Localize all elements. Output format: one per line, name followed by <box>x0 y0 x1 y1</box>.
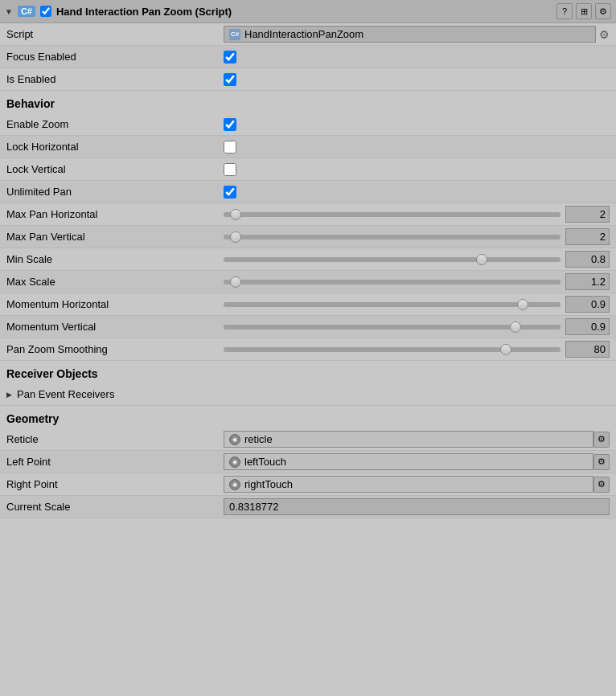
momentum-horizontal-input[interactable] <box>565 296 610 313</box>
right-point-row: Right Point ◉ rightTouch ⚙ <box>0 473 616 496</box>
right-point-label: Right Point <box>6 478 224 490</box>
header-bar: ▼ C# Hand Interaction Pan Zoom (Script) … <box>0 0 616 23</box>
collapse-arrow[interactable]: ▼ <box>5 7 13 16</box>
max-pan-horizontal-input[interactable] <box>565 206 610 223</box>
script-gear-icon[interactable]: ⚙ <box>599 28 610 41</box>
momentum-vertical-slider-container <box>224 318 610 335</box>
pan-zoom-smoothing-input[interactable] <box>565 341 610 358</box>
momentum-vertical-track[interactable] <box>224 325 561 330</box>
language-tag: C# <box>18 6 35 17</box>
max-scale-slider-container <box>224 273 610 290</box>
current-scale-label: Current Scale <box>6 501 224 513</box>
enable-zoom-label: Enable Zoom <box>6 118 224 130</box>
left-point-object-icon: ◉ <box>229 456 240 468</box>
component-enabled-checkbox[interactable] <box>40 6 51 17</box>
reticle-object-icon: ◉ <box>229 434 240 445</box>
pan-zoom-smoothing-label: Pan Zoom Smoothing <box>6 343 224 355</box>
unlimited-pan-row: Unlimited Pan <box>0 181 616 203</box>
right-point-object-icon: ◉ <box>229 479 240 490</box>
max-scale-value <box>224 273 610 290</box>
foldout-arrow-icon: ▶ <box>6 391 12 399</box>
pan-zoom-smoothing-value <box>224 341 610 358</box>
pan-event-receivers-label: Pan Event Receivers <box>17 388 114 400</box>
unlimited-pan-checkbox[interactable] <box>224 186 236 199</box>
left-point-value: ◉ leftTouch ⚙ <box>224 453 610 470</box>
min-scale-label: Min Scale <box>6 253 224 265</box>
right-point-value: ◉ rightTouch ⚙ <box>224 476 610 493</box>
momentum-horizontal-row: Momentum Horizontal <box>0 293 616 316</box>
lock-horizontal-label: Lock Horizontal <box>6 141 224 153</box>
preset-icon-btn[interactable]: ⊞ <box>576 3 592 19</box>
lock-vertical-label: Lock Vertical <box>6 163 224 175</box>
max-pan-horizontal-label: Max Pan Horizontal <box>6 208 224 220</box>
help-icon-btn[interactable]: ? <box>556 3 573 19</box>
pan-zoom-smoothing-track[interactable] <box>224 347 561 352</box>
right-point-gear-button[interactable]: ⚙ <box>593 477 610 493</box>
header-icons: ? ⊞ ⚙ <box>556 3 611 19</box>
component-title: Hand Interaction Pan Zoom (Script) <box>56 6 552 18</box>
min-scale-value <box>224 251 610 268</box>
lock-vertical-checkbox[interactable] <box>224 163 236 176</box>
is-enabled-label: Is Enabled <box>6 73 224 85</box>
left-point-object-name: leftTouch <box>244 456 286 468</box>
script-field[interactable]: C# HandInteractionPanZoom <box>224 26 596 43</box>
pan-event-receivers-row[interactable]: ▶ Pan Event Receivers <box>0 383 616 406</box>
left-point-label: Left Point <box>6 456 224 468</box>
max-scale-row: Max Scale <box>0 271 616 293</box>
max-pan-vertical-input[interactable] <box>565 228 610 245</box>
is-enabled-checkbox[interactable] <box>224 73 236 86</box>
max-pan-vertical-track[interactable] <box>224 235 561 240</box>
momentum-horizontal-value <box>224 296 610 313</box>
reticle-label: Reticle <box>6 433 224 445</box>
max-pan-horizontal-row: Max Pan Horizontal <box>0 203 616 226</box>
enable-zoom-row: Enable Zoom <box>0 113 616 136</box>
left-point-gear-button[interactable]: ⚙ <box>593 454 610 470</box>
left-point-field[interactable]: ◉ leftTouch <box>224 453 593 470</box>
max-scale-input[interactable] <box>565 273 610 290</box>
lock-horizontal-row: Lock Horizontal <box>0 136 616 158</box>
min-scale-track[interactable] <box>224 257 561 262</box>
script-value: C# HandInteractionPanZoom ⚙ <box>224 26 610 43</box>
focus-enabled-checkbox[interactable] <box>224 51 236 63</box>
focus-enabled-row: Focus Enabled <box>0 46 616 68</box>
unlimited-pan-label: Unlimited Pan <box>6 186 224 198</box>
momentum-horizontal-label: Momentum Horizontal <box>6 298 224 310</box>
min-scale-slider-container <box>224 251 610 268</box>
lock-horizontal-checkbox[interactable] <box>224 141 236 154</box>
max-pan-vertical-label: Max Pan Vertical <box>6 231 224 243</box>
max-pan-horizontal-slider-container <box>224 206 610 223</box>
max-scale-track[interactable] <box>224 280 561 285</box>
max-pan-vertical-value <box>224 228 610 245</box>
right-point-field[interactable]: ◉ rightTouch <box>224 476 593 493</box>
inspector-panel: ▼ C# Hand Interaction Pan Zoom (Script) … <box>0 0 616 518</box>
focus-enabled-label: Focus Enabled <box>6 51 224 63</box>
settings-icon-btn[interactable]: ⚙ <box>595 3 611 19</box>
enable-zoom-value <box>224 118 610 131</box>
script-name: HandInteractionPanZoom <box>244 28 363 40</box>
receiver-title: Receiver Objects <box>6 367 98 380</box>
reticle-gear-button[interactable]: ⚙ <box>593 432 610 448</box>
current-scale-row: Current Scale 0.8318772 <box>0 496 616 518</box>
reticle-value: ◉ reticle ⚙ <box>224 431 610 448</box>
momentum-vertical-value <box>224 318 610 335</box>
momentum-horizontal-track[interactable] <box>224 302 561 307</box>
pan-zoom-smoothing-slider-container <box>224 341 610 358</box>
receiver-section-header: Receiver Objects <box>0 361 616 383</box>
is-enabled-row: Is Enabled <box>0 68 616 91</box>
max-pan-horizontal-track[interactable] <box>224 212 561 217</box>
lock-horizontal-value <box>224 141 610 154</box>
is-enabled-value <box>224 73 610 86</box>
reticle-row: Reticle ◉ reticle ⚙ <box>0 428 616 451</box>
momentum-vertical-input[interactable] <box>565 318 610 335</box>
pan-zoom-smoothing-row: Pan Zoom Smoothing <box>0 338 616 361</box>
geometry-section-header: Geometry <box>0 406 616 428</box>
current-scale-display: 0.8318772 <box>224 498 610 515</box>
right-point-object-name: rightTouch <box>244 478 293 490</box>
enable-zoom-checkbox[interactable] <box>224 118 236 131</box>
min-scale-input[interactable] <box>565 251 610 268</box>
reticle-field[interactable]: ◉ reticle <box>224 431 593 448</box>
behavior-title: Behavior <box>6 97 55 110</box>
lock-vertical-value <box>224 163 610 176</box>
focus-enabled-value <box>224 51 610 63</box>
max-pan-vertical-slider-container <box>224 228 610 245</box>
